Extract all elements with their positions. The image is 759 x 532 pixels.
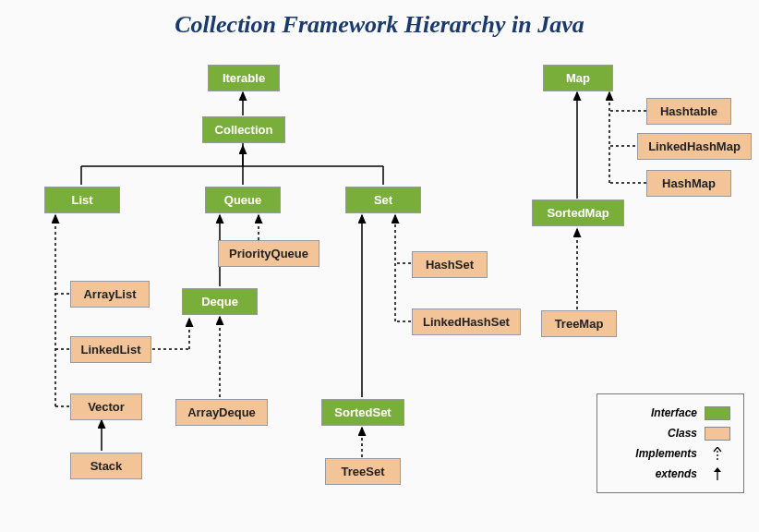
legend-extends-label: extends bbox=[631, 467, 697, 480]
node-set: Set bbox=[345, 187, 421, 213]
node-arraydeque: ArrayDeque bbox=[175, 399, 268, 426]
legend-row-extends: extends bbox=[610, 465, 730, 483]
node-vector: Vector bbox=[70, 393, 142, 420]
node-list: List bbox=[44, 187, 120, 213]
node-treeset: TreeSet bbox=[325, 458, 401, 485]
legend-class-label: Class bbox=[631, 427, 697, 440]
legend-class-swatch bbox=[705, 427, 730, 441]
node-hashset: HashSet bbox=[412, 251, 488, 278]
node-queue: Queue bbox=[205, 187, 281, 213]
node-stack: Stack bbox=[70, 453, 142, 479]
node-priorityqueue: PriorityQueue bbox=[218, 240, 319, 267]
diagram-title: Collection Framework Hierarchy in Java bbox=[0, 11, 759, 39]
legend-row-interface: Interface bbox=[610, 404, 730, 422]
node-hashmap: HashMap bbox=[646, 170, 731, 197]
node-deque: Deque bbox=[182, 288, 258, 315]
legend-implements-label: Implements bbox=[631, 447, 697, 460]
legend-implements-arrow-icon bbox=[705, 447, 730, 460]
node-treemap: TreeMap bbox=[541, 310, 617, 337]
node-linkedlist: LinkedList bbox=[70, 336, 151, 363]
legend-row-class: Class bbox=[610, 424, 730, 442]
legend-extends-arrow-icon bbox=[705, 467, 730, 480]
node-iterable: Iterable bbox=[208, 65, 280, 91]
node-sortedmap: SortedMap bbox=[532, 200, 624, 226]
legend-interface-label: Interface bbox=[631, 406, 697, 419]
node-linkedhashmap: LinkedHashMap bbox=[637, 133, 752, 160]
node-map: Map bbox=[543, 65, 613, 91]
node-hashtable: Hashtable bbox=[646, 98, 731, 125]
node-sortedset: SortedSet bbox=[321, 399, 404, 426]
node-linkedhashset: LinkedHashSet bbox=[412, 308, 521, 335]
node-arraylist: ArrayList bbox=[70, 281, 150, 308]
legend-row-implements: Implements bbox=[610, 444, 730, 463]
node-collection: Collection bbox=[202, 116, 285, 143]
legend-interface-swatch bbox=[705, 406, 730, 420]
legend-box: Interface Class Implements extends bbox=[596, 393, 744, 493]
